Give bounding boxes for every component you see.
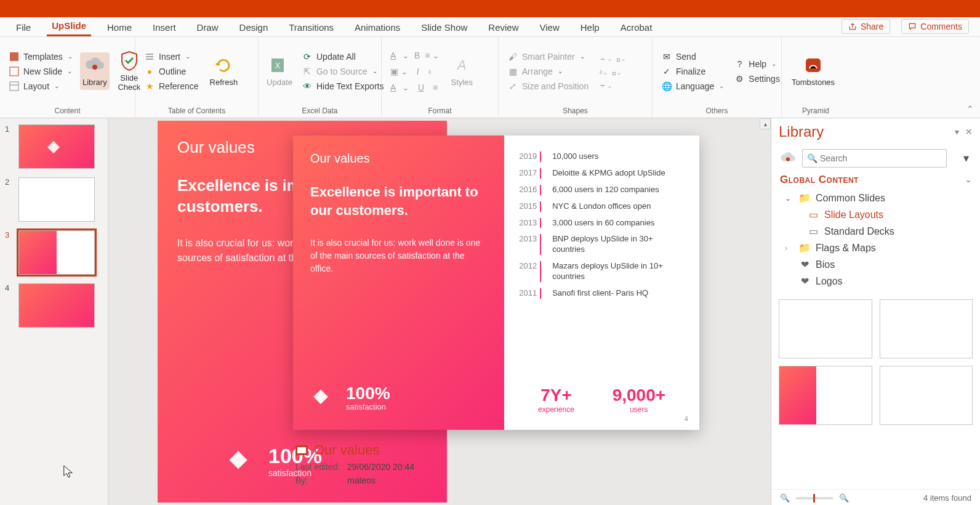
close-icon[interactable]: ✕ [965,127,973,137]
library-results [771,296,980,489]
update-button[interactable]: X Update [265,52,294,89]
thumb-3[interactable] [18,230,95,275]
timeline-row: 2011Sanofi first client- Paris HQ [519,288,685,299]
tab-file[interactable]: File [11,18,36,36]
meta-title: Our values [314,442,379,458]
tab-insert[interactable]: Insert [148,18,181,36]
svg-text:X: X [275,62,280,70]
tombstones-button[interactable]: Tombstones [788,52,838,89]
library-item[interactable] [779,299,872,358]
zoom-slider[interactable] [796,497,833,499]
timeline-row: 2015NYC & London offices open [519,201,685,212]
tab-view[interactable]: View [535,18,564,36]
hide-exports-button[interactable]: 👁Hide Text Exports [299,79,386,93]
tab-animations[interactable]: Animations [350,18,405,36]
share-button[interactable]: Share [841,19,890,34]
thumb-2[interactable] [18,177,95,222]
tree-logos[interactable]: ❤Logos [777,273,974,289]
update-all-button[interactable]: ⟳Update All [299,50,386,63]
chevron-down-icon[interactable]: ⌄ [965,176,972,184]
search-input[interactable] [802,149,947,168]
svg-rect-0 [10,52,18,61]
tree-standard-decks[interactable]: ▭Standard Decks [777,223,974,240]
templates-button[interactable]: Templates⌄ [6,50,75,63]
dropdown-icon[interactable]: ▾ [955,127,959,137]
group-label-pyramid: Pyramid [782,105,849,118]
slide-icon: ▭ [807,225,819,237]
slide-thumbnails: 1 2 3 4 [0,118,108,505]
help-button[interactable]: ?Help⌄ [731,57,782,71]
library-button[interactable]: Library [80,52,110,89]
reference-button[interactable]: ★Reference [142,79,201,93]
smart-painter-button[interactable]: 🖌Smart Painter⌄ [505,50,591,63]
tab-transitions[interactable]: Transitions [284,18,339,36]
tombstones-icon [803,55,824,76]
library-item[interactable] [779,366,872,425]
finalize-button[interactable]: ✓Finalize [659,65,726,78]
collapse-ribbon-icon[interactable]: ⌃ [960,100,980,118]
slide-icon: ▭ [807,209,819,220]
comments-button[interactable]: Comments [901,19,969,34]
scroll-up-button[interactable]: ▴ [760,118,771,129]
group-label-shapes: Shapes [499,105,652,118]
tab-help[interactable]: Help [576,18,604,36]
timeline-row: 2017Deloitte & KPMG adopt UpSlide [519,168,685,179]
thumb-1[interactable] [18,124,95,169]
group-label-others: Others [653,105,781,118]
refresh-button[interactable]: Refresh [206,52,242,89]
library-item[interactable] [880,366,973,425]
slide-icon [295,445,308,455]
tree-slide-layouts[interactable]: ▭Slide Layouts [777,206,974,223]
align-btn2[interactable]: ⫞⌄ ◻⌄ [596,65,627,78]
fill-button[interactable]: ▣ ⌄ I ⫞ [388,65,442,78]
send-button[interactable]: ✉Send [659,50,726,63]
cloud-source-icon[interactable] [779,149,797,168]
underline-button[interactable]: A ⌄ U ≡ [388,81,442,94]
library-item[interactable] [880,299,973,358]
zoom-out-icon[interactable]: 🔍 [780,493,790,503]
font-color-button[interactable]: A ⌄ B ≡ ⌄ [388,49,442,62]
size-position-button[interactable]: ⤢Size and Position [505,79,591,93]
preview-metadata: Our values Last edited:29/06/2020 20:44 … [293,436,699,491]
editor-canvas[interactable]: ▴ Our values Excellence is important to … [108,118,771,505]
folder-icon: 📁 [798,192,811,204]
new-slide-button[interactable]: New Slide⌄ [6,65,75,78]
go-to-source-button[interactable]: ⇱Go to Source⌄ [299,65,386,78]
library-pane: Library ▾ ✕ 🔍 ▾ Global Content ⌄ ⌄📁Commo… [771,118,980,505]
tab-upslide[interactable]: UpSlide [47,17,91,36]
toc-insert-button[interactable]: Insert⌄ [142,50,201,63]
preview-stat-label: satisfaction [346,402,390,411]
tab-draw[interactable]: Draw [192,18,223,36]
cloud-icon [84,55,105,76]
tree-flags-maps[interactable]: ›📁Flags & Maps [777,240,974,256]
styles-button[interactable]: A Styles [447,52,476,89]
tree-bios[interactable]: ❤Bios [777,256,974,273]
tree-common-slides[interactable]: ⌄📁Common Slides [777,190,974,206]
layout-button[interactable]: Layout⌄ [6,79,75,93]
thumb-num: 3 [5,230,14,275]
tab-design[interactable]: Design [235,18,273,36]
settings-button[interactable]: ⚙Settings [731,72,782,86]
tab-slideshow[interactable]: Slide Show [416,18,472,36]
outline-button[interactable]: ●Outline [142,65,201,78]
tab-acrobat[interactable]: Acrobat [616,18,657,36]
svg-rect-2 [10,82,18,91]
library-title: Library [779,123,824,140]
align-btn1[interactable]: ⫠⌄ ◻⌄ [596,52,627,64]
items-found: 4 items found [923,493,971,503]
folder-icon: 📁 [798,242,811,254]
arrange-button[interactable]: ▦Arrange⌄ [505,65,591,78]
tab-home[interactable]: Home [102,18,137,36]
ribbon-tabs: File UpSlide Home Insert Draw Design Tra… [0,17,980,37]
library-section: Global Content [780,174,859,186]
timeline-row: 201910,000 users [519,152,685,162]
zoom-in-icon[interactable]: 🔍 [839,493,849,503]
align-btn3[interactable]: ⫟⌄ [596,79,627,91]
language-button[interactable]: 🌐Language⌄ [659,79,726,93]
tab-review[interactable]: Review [483,18,523,36]
excel-icon: X [269,55,290,76]
thumb-4[interactable] [18,283,95,328]
preview-stat-value: 100% [346,384,390,403]
filter-icon[interactable]: ▾ [959,152,973,165]
preview-stat: 9,000+users [612,386,665,414]
